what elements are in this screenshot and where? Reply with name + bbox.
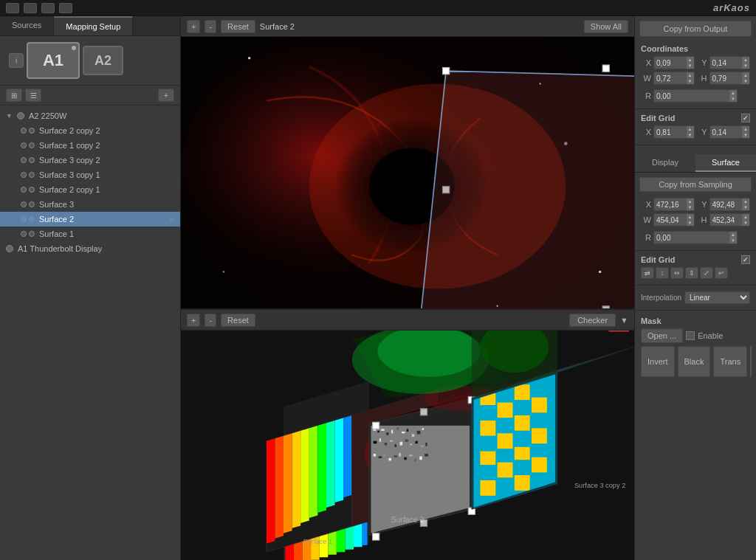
eg-y-spin[interactable]: ▲ ▼ (742, 126, 749, 138)
r-spin-down[interactable]: ▼ (729, 96, 737, 102)
eg-tool-2[interactable]: ↕ (656, 267, 669, 279)
top-reset-btn[interactable]: Reset (221, 20, 255, 33)
w-spin-down[interactable]: ▼ (687, 78, 694, 84)
source-card-a2[interactable]: A2 (83, 46, 123, 75)
y-spin-down[interactable]: ▼ (742, 63, 749, 69)
layer-item-surface-copy2-3[interactable]: Surface 3 copy 2 (0, 153, 180, 167)
bottom-reset-btn[interactable]: Reset (221, 314, 255, 327)
open-mask-btn[interactable]: Open ... (641, 328, 683, 343)
window-controls-icon[interactable] (6, 3, 19, 13)
tools-icon-1[interactable] (24, 3, 37, 13)
eg-tool-1[interactable]: ⇄ (641, 267, 654, 279)
bh-spin[interactable]: ▲ ▼ (742, 214, 749, 226)
h-spin[interactable]: ▲ ▼ (742, 72, 749, 84)
bw-input[interactable] (654, 216, 687, 224)
br-input[interactable] (654, 234, 729, 242)
w-spin[interactable]: ▲ ▼ (687, 72, 694, 84)
bw-spin-up[interactable]: ▲ (687, 214, 694, 220)
black-btn[interactable]: Black (678, 346, 711, 377)
br-spin[interactable]: ▲ ▼ (729, 232, 737, 243)
by-spin-up[interactable]: ▲ (742, 198, 749, 204)
invert-btn[interactable]: Invert (641, 346, 675, 377)
bw-spin-down[interactable]: ▼ (687, 220, 694, 226)
layer-item-surface-copy1-3[interactable]: Surface 3 copy 1 (0, 167, 180, 182)
layer-item-surface-3[interactable]: Surface 3 (0, 197, 180, 212)
bottom-edit-grid-checkbox[interactable] (741, 255, 750, 264)
bx-spin-up[interactable]: ▲ (687, 198, 694, 204)
layer-list-btn[interactable]: ☰ (25, 89, 41, 102)
eg-y-input[interactable] (710, 128, 743, 136)
y-input[interactable] (710, 59, 743, 67)
x-input[interactable] (654, 59, 687, 67)
layer-item-surface-2[interactable]: Surface 2 ✕ (0, 212, 180, 227)
top-zoom-plus-btn[interactable]: + (187, 20, 200, 33)
layer-add-item-btn[interactable]: + (158, 89, 174, 102)
copy-from-sampling-btn[interactable]: Copy from Sampling (639, 177, 752, 192)
eg-tool-5[interactable]: ⤢ (700, 267, 713, 279)
x-spin-up[interactable]: ▲ (687, 57, 694, 63)
y-spin[interactable]: ▲ ▼ (742, 57, 749, 69)
bx-spin-down[interactable]: ▼ (687, 204, 694, 210)
layer-add-btn[interactable]: ⊞ (6, 89, 22, 102)
layer-item-surface-1[interactable]: Surface 1 (0, 227, 180, 241)
bh-spin-down[interactable]: ▼ (742, 220, 749, 226)
eg-y-spin-up[interactable]: ▲ (742, 126, 749, 132)
source-card-a1[interactable]: A1 (27, 42, 80, 79)
bottom-viewport-canvas[interactable]: Surface 2 (181, 331, 634, 560)
y-spin-up[interactable]: ▲ (742, 57, 749, 63)
eg-x-spin-down[interactable]: ▼ (687, 132, 694, 138)
r-input[interactable] (654, 92, 729, 100)
tree-group-a2[interactable]: ▼ A2 2250W (0, 108, 180, 123)
br-spin-up[interactable]: ▲ (729, 232, 737, 238)
tab-display[interactable]: Display (635, 154, 695, 172)
tab-mapping[interactable]: Mapping Setup (54, 16, 133, 35)
r-spin[interactable]: ▲ ▼ (729, 90, 737, 102)
interpolation-select[interactable]: Linear (684, 291, 750, 304)
eg-x-spin-up[interactable]: ▲ (687, 126, 694, 132)
by-spin[interactable]: ▲ ▼ (742, 198, 749, 210)
checker-dropdown-arrow[interactable]: ▼ (620, 316, 628, 325)
h-input[interactable] (710, 75, 743, 83)
eg-x-input[interactable] (654, 128, 687, 136)
w-spin-up[interactable]: ▲ (687, 72, 694, 78)
h-spin-up[interactable]: ▲ (742, 72, 749, 78)
eg-tool-6[interactable]: ↩ (715, 267, 728, 279)
mask-enable-checkbox[interactable] (686, 331, 695, 340)
bx-spin[interactable]: ▲ ▼ (687, 198, 694, 210)
tools-icon-3[interactable] (59, 3, 72, 13)
show-all-btn[interactable]: Show All (584, 20, 628, 33)
copy-from-output-btn[interactable]: Copy from Output (639, 21, 752, 37)
br-spin-down[interactable]: ▼ (729, 238, 737, 243)
eg-tool-3[interactable]: ⇔ (670, 267, 684, 279)
r-spin-up[interactable]: ▲ (729, 90, 737, 96)
bw-spin[interactable]: ▲ ▼ (687, 214, 694, 226)
x-spin[interactable]: ▲ ▼ (687, 57, 694, 69)
layer-item-surface-copy1-2[interactable]: Surface 2 copy 1 (0, 182, 180, 197)
bottom-zoom-plus-btn[interactable]: + (187, 314, 200, 327)
edit-grid-checkbox[interactable] (741, 114, 750, 122)
layer-item-surface-copy2-2[interactable]: Surface 2 copy 2 (0, 123, 180, 138)
bh-spin-up[interactable]: ▲ (742, 214, 749, 220)
layer-item-surface-copy2-1[interactable]: Surface 1 copy 2 (0, 138, 180, 153)
bh-input[interactable] (710, 216, 743, 224)
top-viewport-canvas[interactable]: REC (181, 37, 634, 310)
h-spin-down[interactable]: ▼ (742, 78, 749, 84)
info-button[interactable]: i (9, 53, 24, 68)
eg-tool-4[interactable]: ⇕ (685, 267, 698, 279)
close-surface2-icon[interactable]: ✕ (168, 215, 174, 224)
bottom-zoom-minus-btn[interactable]: - (205, 314, 216, 327)
top-zoom-minus-btn[interactable]: - (205, 20, 216, 33)
by-spin-down[interactable]: ▼ (742, 204, 749, 210)
by-input[interactable] (710, 201, 743, 209)
checker-btn[interactable]: Checker (569, 314, 616, 327)
trans-btn[interactable]: Trans (713, 346, 747, 377)
eg-x-spin[interactable]: ▲ ▼ (687, 126, 694, 138)
bx-input[interactable] (654, 201, 687, 209)
x-spin-down[interactable]: ▼ (687, 63, 694, 69)
tools-icon-2[interactable] (41, 3, 55, 13)
tab-sources[interactable]: Sources (0, 16, 54, 35)
tab-surface[interactable]: Surface (695, 154, 756, 172)
w-input[interactable] (654, 75, 687, 83)
eg-y-spin-down[interactable]: ▼ (742, 132, 749, 138)
tree-group-a1[interactable]: A1 Thunderbolt Display (0, 241, 180, 256)
